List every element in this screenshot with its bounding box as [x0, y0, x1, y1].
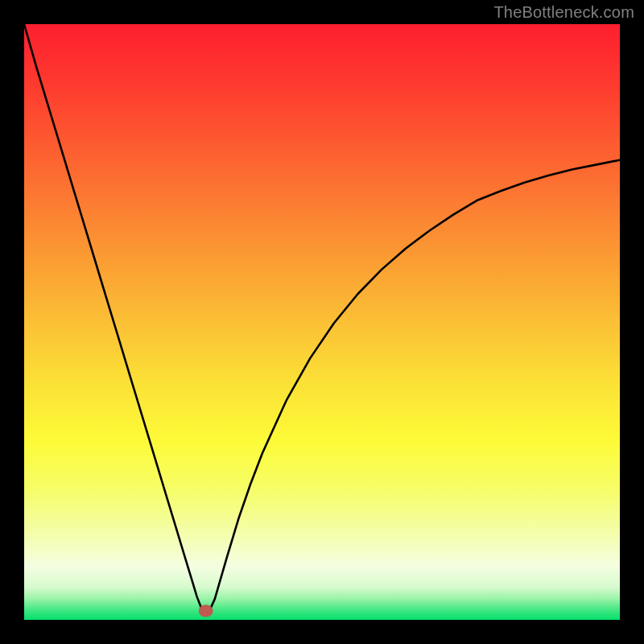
watermark-text: TheBottleneck.com [493, 3, 634, 22]
chart-svg [24, 24, 620, 620]
plot-area [24, 24, 620, 620]
chart-frame: TheBottleneck.com [0, 0, 644, 644]
minimum-marker [199, 605, 213, 617]
